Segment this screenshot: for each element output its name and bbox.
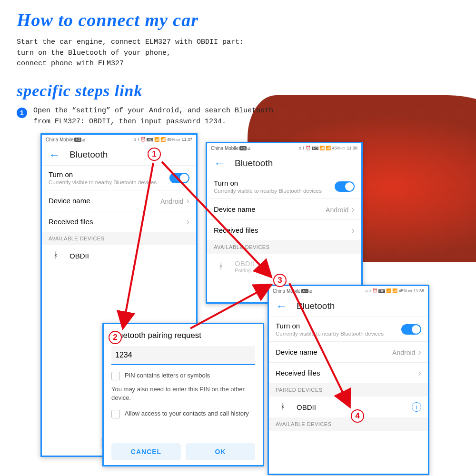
wifi-icon: 📶: [154, 137, 159, 142]
step-number-badge: 1: [17, 108, 27, 118]
hd-icon: HD: [312, 147, 318, 150]
turn-on-sub: Currently visible to nearby Bluetooth de…: [214, 188, 322, 194]
screen-title: Bluetooth: [69, 149, 108, 160]
available-devices-header: AVAILABLE DEVICES: [269, 417, 428, 431]
pin-input[interactable]: [111, 346, 255, 365]
main-title: How to connect my car: [17, 10, 198, 30]
received-files-row[interactable]: Received files ›: [269, 362, 428, 383]
back-arrow-icon[interactable]: ←: [49, 148, 60, 161]
hd-icon: HD: [147, 138, 153, 141]
chevron-right-icon: ›: [351, 204, 355, 214]
headphone-icon: ♫: [133, 137, 137, 142]
alarm-icon: ⏰: [372, 288, 377, 293]
device-name-row[interactable]: Device name Android›: [269, 341, 428, 362]
turn-on-sub: Currently visible to nearby Bluetooth de…: [276, 331, 384, 337]
battery-icon: ▭: [408, 288, 412, 293]
step-marker-4: 4: [351, 409, 364, 423]
phone-screenshot-3: China Mobile 4G ⌀ ♫ ᚼ ⏰ HD 📶 📶 45% ▭ 11:…: [268, 285, 429, 475]
screen-title: Bluetooth: [297, 301, 335, 311]
chevron-right-icon: ›: [186, 216, 189, 227]
bluetooth-device-icon: ᚼ: [218, 262, 227, 271]
info-icon[interactable]: i: [412, 402, 421, 412]
status-bar: China Mobile 4G ⌀ ♫ ᚼ ⏰ HD 📶 📶 45% ▭ 11:…: [269, 286, 428, 296]
available-devices-header: AVAILABLE DEVICES: [42, 232, 196, 245]
allow-access-label: Allow access to your contacts and call h…: [125, 410, 249, 417]
pairing-dialog: Bluetooth pairing request PIN contains l…: [102, 323, 264, 466]
cancel-button[interactable]: CANCEL: [111, 443, 181, 460]
received-files-row[interactable]: Received files ›: [207, 219, 361, 240]
turn-on-label: Turn on: [276, 322, 384, 330]
chevron-right-icon: ›: [418, 347, 421, 357]
ok-button[interactable]: OK: [186, 443, 255, 460]
signal-icon: 📶: [392, 288, 397, 293]
bluetooth-toggle[interactable]: [335, 181, 355, 192]
device-name-row[interactable]: Device name Android›: [207, 198, 361, 219]
paired-devices-header: PAIRED DEVICES: [269, 383, 428, 397]
signal-icon: 📶: [160, 137, 166, 142]
paired-device-obdii[interactable]: ᚼ OBDII i: [269, 397, 428, 417]
bluetooth-icon: ᚼ: [369, 288, 371, 293]
bluetooth-icon: ᚼ: [137, 137, 139, 142]
signal-icon: 📶: [326, 146, 331, 150]
allow-access-checkbox[interactable]: [111, 410, 120, 418]
pin-letters-label: PIN contains letters or symbols: [125, 372, 210, 379]
bluetooth-toggle[interactable]: [169, 173, 189, 183]
step-marker-2: 2: [109, 331, 122, 344]
alarm-icon: ⏰: [140, 137, 146, 142]
dialog-note: You may also need to enter this PIN on t…: [111, 385, 255, 402]
chevron-right-icon: ›: [351, 225, 355, 236]
status-bar: China Mobile 4G ⌀ ♫ ᚼ ⏰ HD 📶 📶 45% ▭ 11:…: [42, 135, 196, 144]
turn-on-sub: Currently visible to nearby Bluetooth de…: [49, 179, 157, 185]
back-arrow-icon[interactable]: ←: [214, 157, 225, 170]
chevron-right-icon: ›: [186, 195, 189, 206]
turn-on-label: Turn on: [49, 170, 157, 178]
status-bar: China Mobile 4G ⌀ ♫ ᚼ ⏰ HD 📶 📶 45% ▭ 11:…: [207, 143, 361, 153]
headphone-icon: ♫: [298, 146, 302, 150]
hd-icon: HD: [378, 289, 385, 293]
wifi-icon: 📶: [386, 288, 391, 293]
turn-on-label: Turn on: [214, 179, 322, 187]
back-arrow-icon[interactable]: ←: [276, 299, 287, 313]
alarm-icon: ⏰: [306, 146, 311, 150]
battery-icon: ▭: [176, 137, 180, 142]
device-obdii[interactable]: ᚼ OBDII: [42, 245, 196, 266]
dialog-title: Bluetooth pairing request: [111, 331, 255, 340]
step-instruction-text: Open the “setting” of your Android, and …: [33, 106, 273, 127]
received-files-row[interactable]: Received files ›: [42, 211, 196, 232]
wifi-icon: 📶: [319, 146, 325, 150]
screen-title: Bluetooth: [235, 158, 273, 169]
bluetooth-toggle[interactable]: [401, 324, 421, 335]
battery-icon: ▭: [341, 146, 346, 150]
intro-text: Start the car engine, connect ELM327 wit…: [17, 37, 244, 69]
step-marker-1: 1: [148, 148, 161, 161]
available-devices-header: AVAILABLE DEVICES: [207, 240, 361, 254]
chevron-right-icon: ›: [418, 367, 421, 378]
sub-title: specific steps link: [17, 82, 143, 100]
pin-letters-checkbox[interactable]: [111, 372, 120, 380]
headphone-icon: ♫: [365, 288, 368, 293]
bluetooth-device-icon: ᚼ: [280, 402, 289, 412]
device-name-row[interactable]: Device name Android›: [42, 190, 196, 211]
bluetooth-device-icon: ᚼ: [53, 251, 62, 260]
step-marker-3: 3: [273, 274, 287, 287]
bluetooth-icon: ᚼ: [302, 146, 305, 150]
